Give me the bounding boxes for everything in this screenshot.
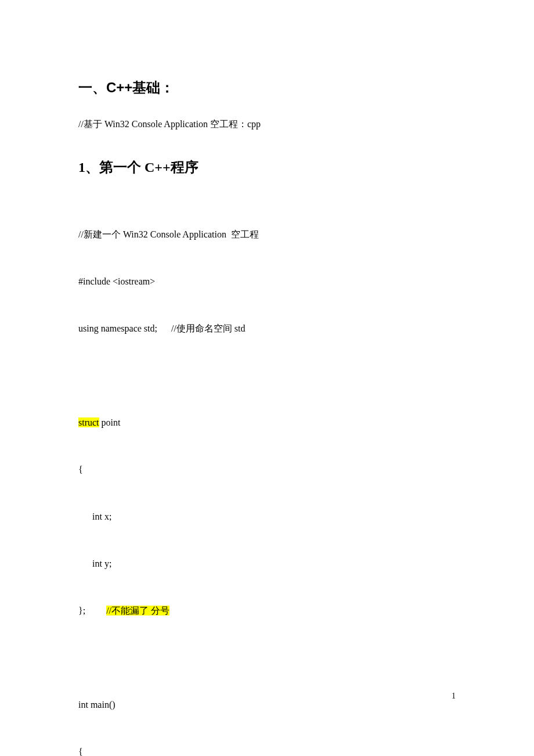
code-blank-line xyxy=(78,650,459,665)
code-line: }; //不能漏了 分号 xyxy=(78,603,459,618)
code-line: #include <iostream> xyxy=(78,273,459,289)
page-number: 1 xyxy=(452,692,456,701)
heading-1-main: C++基础： xyxy=(106,80,174,95)
document-page: 一、C++基础： //基于 Win32 Console Application … xyxy=(0,0,534,756)
intro-line: //基于 Win32 Console Application 空工程：cpp xyxy=(78,116,459,132)
code-line: struct point xyxy=(78,415,459,430)
code-line: int x; xyxy=(78,509,459,524)
code-blank-line xyxy=(78,368,459,383)
highlight-comment: //不能漏了 分号 xyxy=(106,606,169,615)
heading-1: 一、C++基础： xyxy=(78,78,459,97)
code-line: int y; xyxy=(78,556,459,571)
heading-2-section1: 1、第一个 C++程序 xyxy=(78,158,459,177)
code-line: //新建一个 Win32 Console Application 空工程 xyxy=(78,226,459,242)
code-text: point xyxy=(99,417,121,427)
code-line: { xyxy=(78,744,459,756)
code-text: }; xyxy=(78,606,106,615)
code-line: int main() xyxy=(78,697,459,712)
code-line: using namespace std; //使用命名空间 std xyxy=(78,321,459,336)
highlight-struct: struct xyxy=(78,417,99,427)
code-block-1: //新建一个 Win32 Console Application 空工程 #in… xyxy=(78,195,459,756)
heading-1-prefix: 一、 xyxy=(78,80,106,95)
code-line: { xyxy=(78,462,459,477)
